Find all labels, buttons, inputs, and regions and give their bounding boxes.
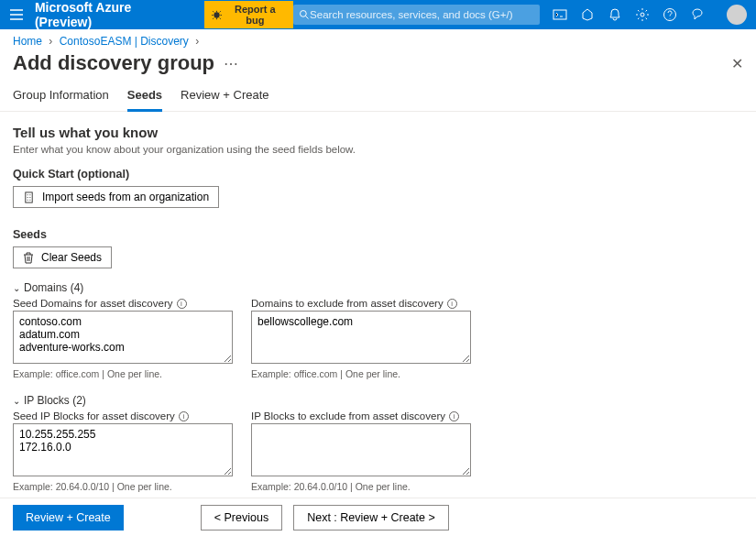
svg-point-3 <box>641 13 644 16</box>
tab-seeds[interactable]: Seeds <box>127 82 162 112</box>
tab-review-create[interactable]: Review + Create <box>181 82 268 111</box>
label-seed-ipblocks: Seed IP Blocks for asset discovery i <box>13 410 233 421</box>
search-input[interactable] <box>310 9 534 20</box>
next-button[interactable]: Next : Review + Create > <box>293 505 449 531</box>
brand-label: Microsoft Azure (Preview) <box>35 0 192 29</box>
page-title: Add discovery group <box>13 51 214 75</box>
top-bar: Microsoft Azure (Preview) Report a bug <box>0 0 756 29</box>
hint-exclude-ipblocks: Example: 20.64.0.0/10 | One per line. <box>251 481 471 492</box>
top-utility-icons <box>553 5 747 25</box>
info-icon[interactable]: i <box>177 299 187 309</box>
more-ellipsis-icon[interactable]: ⋯ <box>224 55 238 72</box>
section-subtext: Enter what you know about your organizat… <box>13 144 743 155</box>
svg-rect-2 <box>553 10 566 19</box>
chevron-down-icon: ⌄ <box>13 396 20 406</box>
chevron-down-icon: ⌄ <box>13 283 20 293</box>
seeds-label: Seeds <box>13 228 743 241</box>
svg-point-1 <box>301 11 307 17</box>
label-exclude-ipblocks: IP Blocks to exclude from asset discover… <box>251 410 471 421</box>
user-avatar[interactable] <box>727 5 747 25</box>
breadcrumb-resource[interactable]: ContosoEASM | Discovery <box>60 35 189 48</box>
organization-icon <box>23 191 35 203</box>
label-seed-domains: Seed Domains for asset discovery i <box>13 298 233 309</box>
tab-group-information[interactable]: Group Information <box>13 82 109 111</box>
review-create-button[interactable]: Review + Create <box>13 505 124 531</box>
import-seeds-button[interactable]: Import seeds from an organization <box>13 186 219 208</box>
chevron-right-icon: › <box>49 35 52 48</box>
section-heading: Tell us what you know <box>13 125 743 140</box>
hint-exclude-domains: Example: office.com | One per line. <box>251 368 471 379</box>
section-ipblocks: ⌄ IP Blocks (2) Seed IP Blocks for asset… <box>13 394 743 494</box>
info-icon[interactable]: i <box>179 411 189 421</box>
breadcrumb-home[interactable]: Home <box>13 35 42 48</box>
trash-icon <box>23 252 34 264</box>
settings-gear-icon[interactable] <box>635 7 650 22</box>
breadcrumb: Home › ContosoEASM | Discovery › <box>0 29 756 49</box>
directories-icon[interactable] <box>580 7 595 22</box>
bug-icon <box>212 10 222 20</box>
report-bug-button[interactable]: Report a bug <box>204 1 294 28</box>
hint-seed-domains: Example: office.com | One per line. <box>13 368 233 379</box>
quickstart-label: Quick Start (optional) <box>13 168 743 180</box>
global-search[interactable] <box>293 5 540 25</box>
wizard-footer: Review + Create < Previous Next : Review… <box>0 498 756 536</box>
help-icon[interactable] <box>663 7 677 22</box>
clear-seeds-button[interactable]: Clear Seeds <box>13 246 112 268</box>
seed-ipblocks-input[interactable] <box>13 423 233 476</box>
notifications-icon[interactable] <box>608 7 622 22</box>
svg-point-0 <box>214 12 219 17</box>
feedback-icon[interactable] <box>690 7 705 22</box>
info-icon[interactable]: i <box>447 299 457 309</box>
section-domains: ⌄ Domains (4) Seed Domains for asset dis… <box>13 281 743 381</box>
accordion-header-domains[interactable]: ⌄ Domains (4) <box>13 281 743 294</box>
previous-button[interactable]: < Previous <box>201 505 282 531</box>
svg-rect-5 <box>26 191 32 202</box>
info-icon[interactable]: i <box>449 411 459 421</box>
content-area: Tell us what you know Enter what you kno… <box>0 112 756 515</box>
exclude-ipblocks-input[interactable] <box>251 423 471 476</box>
seed-domains-input[interactable] <box>13 311 233 364</box>
hamburger-icon[interactable] <box>9 7 26 22</box>
hint-seed-ipblocks: Example: 20.64.0.0/10 | One per line. <box>13 481 233 492</box>
cloud-shell-icon[interactable] <box>553 7 567 22</box>
close-icon[interactable]: ✕ <box>731 55 743 72</box>
label-exclude-domains: Domains to exclude from asset discovery … <box>251 298 471 309</box>
wizard-tabs: Group Information Seeds Review + Create <box>0 82 756 112</box>
exclude-domains-input[interactable] <box>251 311 471 364</box>
page-header: Add discovery group ⋯ ✕ <box>0 49 756 82</box>
chevron-right-icon: › <box>195 35 199 48</box>
accordion-header-ipblocks[interactable]: ⌄ IP Blocks (2) <box>13 394 743 407</box>
search-icon <box>299 9 310 20</box>
